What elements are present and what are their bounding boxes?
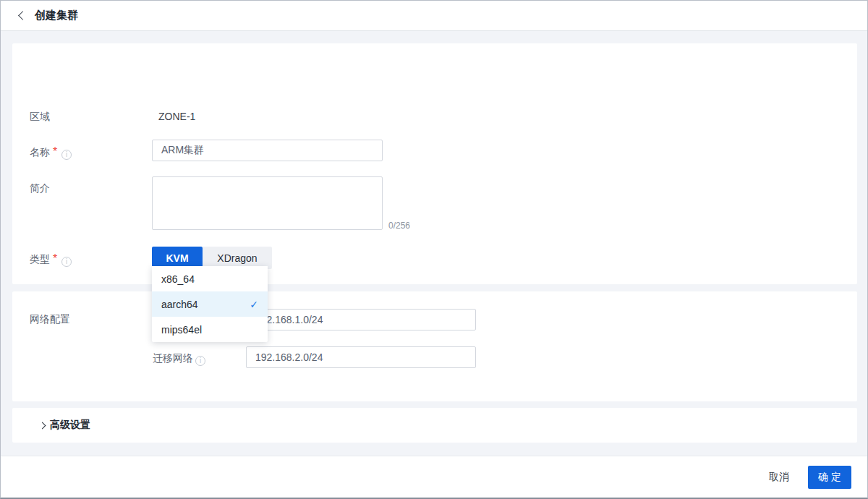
dropdown-option-label: aarch64 [161,299,198,310]
back-icon[interactable] [18,11,27,20]
required-asterisk: * [53,145,57,158]
network-section-label: 网络配置 [30,313,70,326]
network-config-card: 网络配置 迁移网络i [12,291,857,401]
info-icon: i [195,356,205,366]
name-label: 名称 [30,146,50,158]
name-label-row: 名称*i [30,145,72,160]
cancel-button[interactable]: 取消 [769,471,789,484]
chevron-right-icon [39,422,46,429]
type-label-row: 类型*i [30,252,72,267]
page-title: 创建集群 [35,9,78,22]
info-icon: i [61,150,72,160]
check-icon: ✓ [250,299,258,310]
zone-label: 区域 [30,111,50,124]
advanced-settings-toggle[interactable]: 高级设置 [12,408,857,443]
advanced-settings-label: 高级设置 [50,419,90,432]
dropdown-option-mips64el[interactable]: mips64el [152,317,268,342]
name-input[interactable] [152,140,383,161]
required-asterisk: * [53,252,57,265]
cpu-arch-dropdown: x86_64 aarch64 ✓ mips64el [152,266,268,342]
type-label: 类型 [30,253,50,265]
description-textarea[interactable] [152,176,383,230]
description-label: 简介 [30,182,50,195]
management-network-input[interactable] [246,309,476,330]
confirm-button[interactable]: 确 定 [808,466,851,489]
page-header: 创建集群 [1,1,867,31]
basic-info-card: 区域 ZONE-1 名称*i 简介 0/256 类型*i KVM XDragon… [12,43,857,284]
migration-network-input[interactable] [246,346,476,368]
dropdown-option-label: mips64el [161,324,202,336]
advanced-settings-card: 高级设置 [12,408,857,443]
migration-network-label: 迁移网络 [153,352,193,364]
footer-bar: 取消 确 定 [1,456,867,498]
char-counter: 0/256 [388,221,410,231]
info-icon: i [61,257,72,267]
create-cluster-page: 创建集群 区域 ZONE-1 名称*i 简介 0/256 类型*i KVM XD… [0,0,868,499]
zone-value: ZONE-1 [158,111,195,122]
dropdown-option-label: x86_64 [161,273,195,285]
dropdown-option-x86-64[interactable]: x86_64 [152,266,268,291]
dropdown-option-aarch64[interactable]: aarch64 ✓ [152,291,268,317]
migration-network-label-row: 迁移网络i [153,351,205,366]
